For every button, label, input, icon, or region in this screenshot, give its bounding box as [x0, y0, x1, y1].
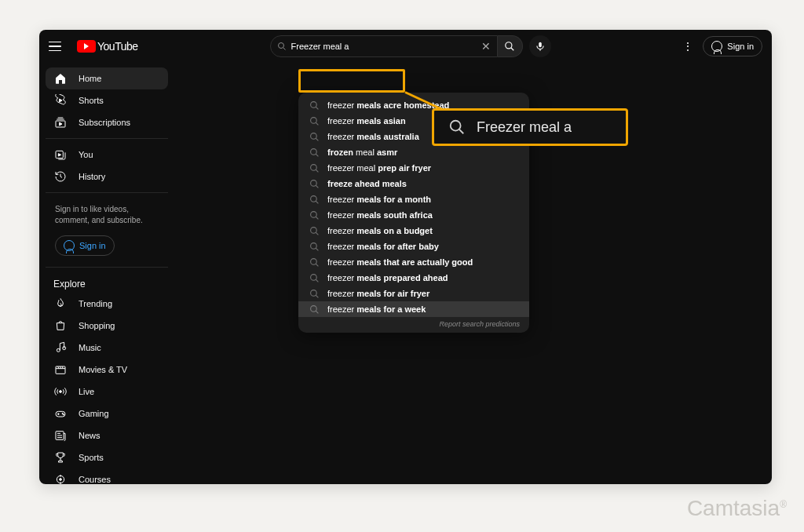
clear-icon[interactable]: ✕	[481, 40, 491, 53]
svg-point-48	[311, 195, 317, 202]
sidebar-item-label: History	[79, 172, 105, 181]
shopping-icon	[53, 319, 68, 333]
annotation-callout: Freezer meal a	[432, 108, 628, 146]
svg-point-17	[62, 413, 63, 414]
svg-line-47	[316, 185, 318, 188]
app-header: YouTube ✕ ⋮ Sign in	[39, 30, 772, 63]
suggestion-item[interactable]: freezer meals prepared ahead	[298, 270, 529, 286]
sidebar-item-shorts[interactable]: Shorts	[46, 89, 168, 111]
sidebar-item-home[interactable]: Home	[46, 67, 168, 89]
svg-point-18	[63, 414, 64, 415]
sidebar-item-gaming[interactable]: Gaming	[46, 403, 168, 425]
suggestion-item[interactable]: freezer meals south africa	[298, 207, 529, 223]
svg-point-10	[57, 348, 60, 352]
svg-point-13	[60, 391, 62, 393]
svg-point-52	[311, 227, 317, 233]
svg-point-60	[311, 290, 317, 296]
sidebar-item-label: Movies & TV	[79, 365, 127, 374]
svg-line-63	[316, 311, 318, 313]
sidebar-item-label: Gaming	[79, 409, 109, 418]
brand-text: YouTube	[97, 40, 138, 53]
svg-line-57	[316, 264, 318, 266]
search-icon	[309, 132, 320, 142]
trending-icon	[53, 297, 68, 311]
sidebar-item-label: You	[79, 150, 93, 159]
svg-line-37	[316, 107, 318, 109]
more-options-icon[interactable]: ⋮	[682, 40, 693, 53]
search-icon	[504, 41, 515, 52]
suggestion-text: freezer meals australia	[327, 132, 419, 141]
signin-button[interactable]: Sign in	[703, 36, 762, 56]
search-box[interactable]: ✕	[270, 35, 498, 57]
courses-icon	[53, 472, 68, 484]
subscriptions-icon	[53, 115, 68, 129]
suggestion-item[interactable]: freezer meal prep air fryer	[298, 160, 529, 176]
svg-point-58	[311, 274, 317, 280]
svg-point-44	[311, 164, 317, 170]
svg-line-61	[316, 295, 318, 297]
menu-icon[interactable]	[49, 37, 68, 56]
signin-label: Sign in	[727, 42, 754, 51]
svg-line-55	[316, 248, 318, 250]
sidebar-item-label: Live	[79, 387, 94, 396]
sidebar-item-sports[interactable]: Sports	[46, 446, 168, 468]
sidebar-item-live[interactable]: Live	[46, 381, 168, 403]
search-icon	[309, 116, 320, 126]
voice-search-button[interactable]	[529, 35, 551, 57]
svg-line-49	[316, 201, 318, 203]
sidebar-item-label: News	[79, 431, 100, 440]
svg-point-25	[60, 479, 62, 481]
suggestion-text: freezer meal prep air fryer	[327, 163, 431, 173]
suggestion-item[interactable]: freezer meals on a budget	[298, 223, 529, 239]
search-icon	[309, 179, 320, 189]
suggestion-text: freezer meals south africa	[327, 210, 433, 220]
sidebar-item-news[interactable]: News	[46, 425, 168, 446]
live-icon	[53, 384, 68, 399]
svg-point-62	[311, 305, 317, 312]
svg-line-43	[316, 154, 318, 156]
search-icon	[309, 210, 320, 220]
sidebar-item-label: Shopping	[79, 321, 115, 330]
search-icon	[309, 289, 320, 299]
news-icon	[53, 428, 68, 443]
svg-point-0	[278, 43, 283, 49]
svg-point-36	[311, 101, 317, 107]
sidebar-item-trending[interactable]: Trending	[46, 293, 168, 315]
person-icon	[711, 41, 722, 52]
svg-point-2	[506, 42, 512, 49]
sidebar-item-you[interactable]: You	[46, 144, 168, 166]
svg-line-45	[316, 169, 318, 172]
suggestion-item[interactable]: freezer meals that are actually good	[298, 254, 529, 270]
youtube-logo[interactable]: YouTube	[77, 40, 138, 53]
sidebar-item-courses[interactable]: Courses	[46, 468, 168, 484]
search-icon	[309, 195, 320, 205]
home-icon	[53, 71, 68, 86]
music-icon	[53, 341, 68, 355]
suggestion-item[interactable]: frozen meal asmr	[298, 144, 529, 160]
sidebar-item-label: Music	[79, 343, 101, 352]
suggestion-item[interactable]: freezer meals for a month	[298, 191, 529, 207]
search-input[interactable]	[291, 42, 481, 51]
sidebar-item-history[interactable]: History	[46, 166, 168, 188]
suggestion-item[interactable]: freezer meals for air fryer	[298, 286, 529, 301]
sidebar-item-movies-tv[interactable]: Movies & TV	[46, 359, 168, 381]
sidebar-item-subscriptions[interactable]: Subscriptions	[46, 111, 168, 133]
suggestion-item[interactable]: freeze ahead meals	[298, 176, 529, 191]
sidebar-item-music[interactable]: Music	[46, 337, 168, 359]
svg-line-3	[511, 48, 514, 51]
suggestion-item[interactable]: freezer meals for a week	[298, 301, 529, 317]
sidebar-item-label: Sports	[79, 453, 104, 462]
search-icon	[309, 100, 320, 111]
suggestion-text: freezer meals asian	[327, 116, 406, 126]
svg-point-46	[311, 180, 317, 186]
suggestion-item[interactable]: freezer meals for after baby	[298, 239, 529, 254]
svg-point-54	[311, 242, 317, 249]
search-wrap: ✕	[270, 35, 551, 57]
svg-point-50	[311, 211, 317, 217]
sidebar-item-shopping[interactable]: Shopping	[46, 315, 168, 337]
search-icon	[309, 304, 320, 315]
sidebar-signin-button[interactable]: Sign in	[55, 235, 115, 256]
report-predictions-link[interactable]: Report search predictions	[298, 317, 529, 330]
sidebar-item-label: Subscriptions	[79, 118, 130, 127]
search-button[interactable]	[498, 35, 523, 57]
